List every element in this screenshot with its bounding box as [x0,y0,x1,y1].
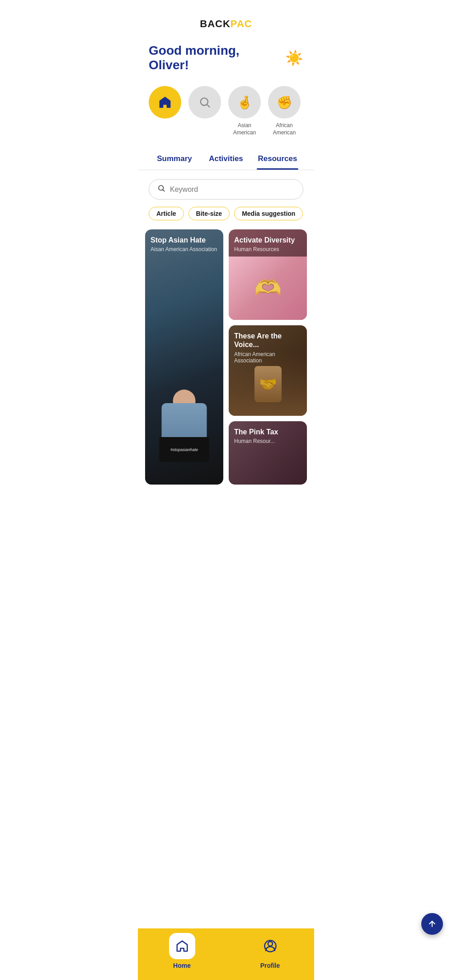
tab-activities[interactable]: Activities [200,150,252,170]
tab-summary[interactable]: Summary [149,150,200,170]
activate-content: Activate Diversity Human Resources [229,229,307,259]
home-circle-icon [158,95,172,109]
african-american-circle[interactable]: ✊ [268,86,301,119]
activate-subtitle: Human Resources [234,246,301,252]
person-illustration: #stopasianhate [145,319,223,485]
greeting-text: Good morning, Oliver! [149,43,281,72]
person-body: #stopasianhate [162,403,207,457]
category-search[interactable] [188,86,221,119]
voices-emoji: 🤝 [259,376,277,393]
card-stop-asian-hate[interactable]: #stopasianhate Stop Asian Hate Aisan Ame… [145,229,223,485]
asian-american-label: AsianAmerican [233,122,256,136]
svg-point-5 [268,942,273,946]
home-nav-label: Home [173,962,191,969]
sun-icon: ☀️ [285,49,303,67]
home-nav-icon [175,939,189,953]
logo-pac: PAC [231,18,252,29]
bottom-nav: Home Profile [138,928,314,980]
category-asian-american[interactable]: 🤞 AsianAmerican [228,86,261,136]
search-box[interactable] [149,179,303,200]
cards-grid: #stopasianhate Stop Asian Hate Aisan Ame… [138,229,314,539]
category-african-american[interactable]: ✊ AfricanAmerican [268,86,301,136]
logo-back: BACK [200,18,231,29]
search-input[interactable] [170,186,295,194]
asian-american-emoji: 🤞 [237,95,253,110]
african-american-emoji: ✊ [277,95,292,110]
heart-hands-icon: 🫶 [254,276,282,301]
voices-content: These Are the Voice... African American … [229,325,307,370]
sign-text: #stopasianhate [170,447,198,452]
card-activate-diversity[interactable]: 🫶 Activate Diversity Human Resources [229,229,307,320]
voices-title: These Are the Voice... [234,332,301,349]
sign: #stopasianhate [160,437,209,462]
card-content: Stop Asian Hate Aisan American Associati… [145,229,223,259]
filter-bite-size[interactable]: Bite-size [188,207,230,220]
card-subtitle: Aisan American Association [151,246,218,252]
filter-article[interactable]: Article [149,207,184,220]
tab-resources[interactable]: Resources [252,150,303,170]
african-american-label: AfricanAmerican [273,122,296,136]
greeting-section: Good morning, Oliver! ☀️ [138,34,314,77]
pink-tax-content: The Pink Tax Human Resour... [229,421,307,451]
card-voices[interactable]: 🤝 These Are the Voice... African America… [229,325,307,416]
voices-subtitle: African American Association [234,351,301,364]
home-circle[interactable] [149,86,181,119]
search-container [138,179,314,207]
pink-tax-subtitle: Human Resour... [234,438,301,444]
tabs-row: Summary Activities Resources [138,145,314,170]
pink-tax-title: The Pink Tax [234,428,301,436]
profile-nav-label: Profile [260,962,280,969]
svg-line-3 [163,190,164,191]
right-column: 🫶 Activate Diversity Human Resources 🤝 T… [229,229,307,416]
category-home[interactable] [149,86,181,119]
filter-media[interactable]: Media suggestion [234,207,303,220]
search-icon [157,184,165,195]
search-circle[interactable] [188,86,221,119]
asian-american-circle[interactable]: 🤞 [228,86,261,119]
filter-pills: Article Bite-size Media suggestion [138,207,314,229]
svg-line-1 [207,105,209,107]
nav-home[interactable]: Home [138,933,226,969]
home-nav-icon-wrap [169,933,195,959]
activate-title: Activate Diversity [234,236,301,244]
hands-bg: 🫶 [229,257,307,320]
profile-nav-icon [264,939,277,953]
card-pink-tax[interactable]: The Pink Tax Human Resour... [229,421,307,485]
profile-nav-icon-wrap [257,933,283,959]
nav-profile[interactable]: Profile [226,933,314,969]
logo: BACKPAC [147,18,305,30]
search-circle-icon [198,96,211,109]
hands-illustration: 🫶 [229,257,307,320]
header: BACKPAC [138,0,314,34]
categories-row: 🤞 AsianAmerican ✊ AfricanAmerican [138,77,314,145]
card-title: Stop Asian Hate [151,236,218,244]
